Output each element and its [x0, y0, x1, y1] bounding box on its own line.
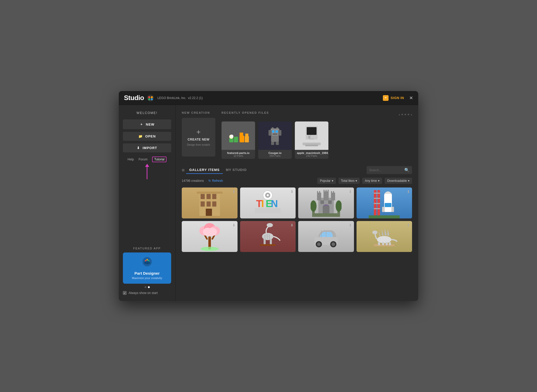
filter-time[interactable]: Any time ▾ [362, 178, 382, 184]
gallery-item-6[interactable]: ⬇ [298, 221, 354, 252]
filter-likes[interactable]: Total likes ▾ [338, 178, 360, 184]
svg-rect-15 [234, 137, 238, 142]
svg-rect-27 [271, 136, 279, 142]
svg-point-107 [317, 242, 321, 246]
featured-card[interactable]: Part Designer Maximize your creativity [123, 252, 171, 284]
import-button[interactable]: ⬇ IMPORT [123, 143, 171, 152]
svg-rect-48 [197, 192, 223, 194]
tab-my-studio[interactable]: MY STUDIO [223, 166, 250, 174]
always-show-row: ✓ Always show on start [123, 291, 171, 295]
svg-point-11 [148, 260, 149, 262]
always-show-checkbox[interactable]: ✓ [123, 291, 127, 295]
chevron-down-icon: ▾ [332, 179, 333, 183]
tutorial-link[interactable]: Tutorial [152, 157, 167, 162]
download-icon-7: ⬇ [407, 223, 410, 227]
file-card-0[interactable]: featured-parts.io 10 Parts [222, 121, 255, 159]
gallery-filters: 14796 creations ↻ Refresh Popular ▾ Tota… [182, 178, 412, 184]
gallery-item-2[interactable]: ⬇ [298, 187, 354, 218]
titlebar: Studio LEGO BrickLink, Inc. v2.22.2 (1) … [119, 91, 418, 105]
create-new-sub: Design from scratch [187, 143, 210, 146]
svg-rect-25 [268, 130, 272, 136]
gallery-item-5[interactable]: ⬇ [240, 221, 296, 252]
gallery-thumb-0: ⬇ [182, 187, 238, 218]
search-input[interactable] [369, 168, 403, 172]
svg-rect-80 [374, 203, 380, 204]
svg-rect-24 [276, 127, 278, 129]
filter-downloadable[interactable]: Downloadable ▾ [385, 178, 412, 184]
svg-rect-86 [369, 215, 400, 218]
file-card-2[interactable]: apple_macintosh_1984.io 242 Parts [295, 121, 328, 159]
nav-next[interactable]: › [411, 112, 412, 117]
svg-rect-32 [273, 134, 277, 135]
nav-dot-1 [401, 114, 403, 115]
svg-rect-121 [386, 242, 388, 245]
svg-rect-65 [323, 190, 325, 192]
gallery-thumb-2: ⬇ [298, 187, 354, 218]
gallery-thumb-5: ⬇ [240, 221, 296, 252]
always-show-label: Always show on start [129, 291, 158, 295]
svg-rect-66 [326, 190, 327, 192]
file-thumb-1 [258, 121, 292, 150]
refresh-button[interactable]: ↻ Refresh [208, 179, 223, 183]
svg-point-113 [377, 236, 391, 243]
svg-rect-79 [374, 198, 380, 199]
new-button[interactable]: ＋ NEW [123, 119, 171, 129]
svg-rect-45 [207, 201, 211, 207]
svg-text:N: N [271, 198, 278, 209]
svg-rect-78 [374, 193, 380, 194]
gallery-thumb-1: T I E N ⬇ [240, 187, 296, 218]
gallery-tab-icon: ⊞ [182, 168, 185, 172]
download-icon-2: ⬇ [349, 190, 352, 194]
featured-label: FEATURED APP [123, 247, 171, 250]
tab-gallery-items[interactable]: GALLERY ITEMS [186, 166, 223, 174]
gallery-thumb-7: ⬇ [357, 221, 412, 252]
svg-point-75 [336, 200, 342, 212]
gallery-header: ⊞ GALLERY ITEMS MY STUDIO 🔍 [182, 166, 412, 174]
svg-point-13 [144, 261, 150, 264]
nav-dot-3 [408, 114, 409, 115]
file-card-1[interactable]: Cougar.io 359 Parts [258, 121, 292, 159]
gallery-item-0[interactable]: ⬇ [182, 187, 238, 218]
svg-text:I: I [261, 198, 264, 209]
gallery-item-4[interactable]: ⬇ [182, 221, 238, 252]
svg-point-21 [230, 135, 233, 138]
create-new-card[interactable]: + CREATE NEW Design from scratch [182, 118, 215, 157]
svg-rect-71 [313, 213, 339, 217]
gallery-item-1[interactable]: T I E N ⬇ [240, 187, 296, 218]
search-icon: 🔍 [404, 168, 409, 173]
svg-point-0 [147, 95, 154, 101]
svg-point-109 [331, 242, 335, 246]
part-designer-icon [127, 257, 167, 269]
svg-point-2 [151, 96, 153, 98]
chevron-down-icon-3: ▾ [378, 179, 380, 183]
files-grid: featured-parts.io 10 Parts [222, 121, 412, 159]
search-box: 🔍 [367, 166, 412, 174]
svg-rect-67 [328, 190, 329, 192]
recently-opened-header: RECENTLY OPENED FILES ‹ › [222, 111, 412, 118]
help-link[interactable]: Help [128, 157, 134, 162]
svg-rect-96 [260, 244, 275, 246]
svg-point-97 [267, 223, 273, 227]
svg-rect-47 [206, 209, 212, 216]
import-icon: ⬇ [137, 146, 140, 150]
nav-prev[interactable]: ‹ [399, 112, 400, 117]
chevron-down-icon-2: ▾ [356, 179, 357, 183]
gallery-item-7[interactable]: ⬇ [357, 221, 412, 252]
file-parts-0: 10 Parts [224, 154, 253, 157]
featured-section: FEATURED APP Part Designer [123, 247, 171, 295]
filter-popular[interactable]: Popular ▾ [317, 178, 336, 184]
svg-rect-62 [319, 191, 320, 194]
gallery-item-3[interactable]: ⬇ [357, 187, 412, 218]
close-button[interactable]: ✕ [409, 95, 413, 101]
open-button[interactable]: 📁 OPEN [123, 132, 171, 141]
signin-button[interactable]: SIGN IN [383, 95, 404, 101]
svg-rect-70 [328, 200, 332, 204]
svg-rect-104 [270, 239, 272, 244]
download-icon-4: ⬇ [232, 223, 235, 227]
forum-link[interactable]: Forum [139, 157, 148, 162]
svg-rect-85 [385, 203, 391, 207]
svg-rect-7 [385, 98, 386, 98]
file-info-2: apple_macintosh_1984.io 242 Parts [295, 150, 328, 159]
svg-rect-83 [382, 207, 385, 212]
svg-rect-16 [240, 136, 244, 142]
